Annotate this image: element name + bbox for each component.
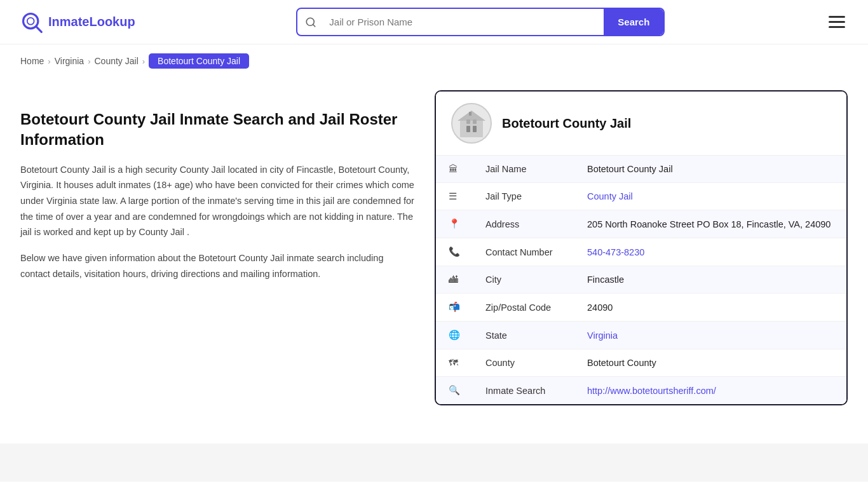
left-column: Botetourt County Jail Inmate Search and …	[20, 90, 414, 292]
row-value[interactable]: http://www.botetourtsheriff.com/	[574, 377, 846, 405]
page-desc-1: Botetourt County Jail is a high security…	[20, 162, 414, 240]
svg-line-2	[36, 27, 41, 32]
search-icon	[297, 17, 324, 28]
row-label: Contact Number	[473, 238, 574, 266]
menu-button[interactable]	[826, 13, 848, 30]
info-table: 🏛Jail NameBotetourt County Jail☰Jail Typ…	[436, 156, 846, 404]
row-value-link[interactable]: 540-473-8230	[587, 247, 644, 257]
building-icon	[455, 107, 488, 140]
row-label: Zip/Postal Code	[473, 294, 574, 322]
card-jail-name: Botetourt County Jail	[502, 116, 631, 131]
card-header: Botetourt County Jail	[436, 92, 846, 156]
row-label: Jail Type	[473, 183, 574, 210]
page-desc-2: Below we have given information about th…	[20, 250, 414, 281]
svg-point-1	[27, 17, 34, 24]
chevron-icon-1: ›	[48, 57, 50, 66]
svg-rect-11	[469, 112, 471, 116]
svg-rect-5	[460, 119, 483, 137]
logo-link[interactable]: InmateLookup	[20, 11, 135, 34]
row-value-link[interactable]: County Jail	[587, 191, 633, 201]
site-header: InmateLookup Search	[0, 0, 868, 44]
main-content: Botetourt County Jail Inmate Search and …	[0, 78, 868, 418]
logo-icon	[20, 11, 43, 34]
row-icon: 🗺	[436, 349, 473, 377]
table-row: 🏙CityFincastle	[436, 266, 846, 294]
right-column: Botetourt County Jail 🏛Jail NameBotetour…	[435, 90, 848, 405]
search-wrapper: Search	[296, 8, 665, 36]
logo-name-text: InmateLookup	[48, 15, 135, 29]
table-row: 🌐StateVirginia	[436, 322, 846, 349]
row-icon: 🔍	[436, 377, 473, 405]
table-row: 🗺CountyBotetourt County	[436, 349, 846, 377]
row-icon: 🌐	[436, 322, 473, 349]
table-row: 📬Zip/Postal Code24090	[436, 294, 846, 322]
row-value-link[interactable]: Virginia	[587, 330, 618, 341]
row-value: Botetourt County	[574, 349, 846, 377]
jail-avatar	[451, 103, 492, 144]
table-row: 🔍Inmate Searchhttp://www.botetourtsherif…	[436, 377, 846, 405]
svg-rect-9	[466, 119, 470, 124]
search-area: Search	[296, 8, 665, 36]
breadcrumb-county-jail[interactable]: County Jail	[94, 56, 138, 66]
row-label: City	[473, 266, 574, 294]
svg-rect-10	[473, 119, 477, 124]
table-row: ☰Jail TypeCounty Jail	[436, 183, 846, 210]
menu-line-1	[829, 16, 845, 18]
row-icon: 🏙	[436, 266, 473, 294]
table-row: 📞Contact Number540-473-8230	[436, 238, 846, 266]
table-row: 📍Address205 North Roanoke Street PO Box …	[436, 210, 846, 238]
row-value[interactable]: Virginia	[574, 322, 846, 349]
row-value: 24090	[574, 294, 846, 322]
search-input[interactable]	[324, 10, 604, 34]
row-value[interactable]: County Jail	[574, 183, 846, 210]
menu-line-2	[829, 21, 845, 23]
row-value: Botetourt County Jail	[574, 156, 846, 183]
row-value-link[interactable]: http://www.botetourtsheriff.com/	[587, 386, 716, 396]
chevron-icon-3: ›	[142, 57, 145, 66]
page-title: Botetourt County Jail Inmate Search and …	[20, 109, 414, 151]
row-label: County	[473, 349, 574, 377]
row-icon: 📬	[436, 294, 473, 322]
logo-text: InmateLookup	[48, 15, 135, 29]
breadcrumb: Home › Virginia › County Jail › Botetour…	[0, 44, 868, 78]
row-icon: 📍	[436, 210, 473, 238]
svg-rect-7	[466, 126, 470, 132]
table-row: 🏛Jail NameBotetourt County Jail	[436, 156, 846, 183]
row-value: 205 North Roanoke Street PO Box 18, Finc…	[574, 210, 846, 238]
footer-spacer	[0, 444, 868, 482]
chevron-icon-2: ›	[88, 57, 90, 66]
row-icon: 🏛	[436, 156, 473, 183]
breadcrumb-virginia[interactable]: Virginia	[55, 56, 84, 66]
breadcrumb-home[interactable]: Home	[20, 56, 44, 66]
row-value: Fincastle	[574, 266, 846, 294]
row-value[interactable]: 540-473-8230	[574, 238, 846, 266]
search-button[interactable]: Search	[604, 9, 663, 35]
row-icon: 📞	[436, 238, 473, 266]
row-label: Jail Name	[473, 156, 574, 183]
menu-line-3	[829, 26, 845, 28]
info-card: Botetourt County Jail 🏛Jail NameBotetour…	[435, 90, 848, 405]
row-label: Address	[473, 210, 574, 238]
svg-line-4	[313, 24, 315, 26]
svg-rect-8	[473, 126, 477, 132]
breadcrumb-current: Botetourt County Jail	[149, 53, 249, 69]
row-icon: ☰	[436, 183, 473, 210]
row-label: State	[473, 322, 574, 349]
row-label: Inmate Search	[473, 377, 574, 405]
